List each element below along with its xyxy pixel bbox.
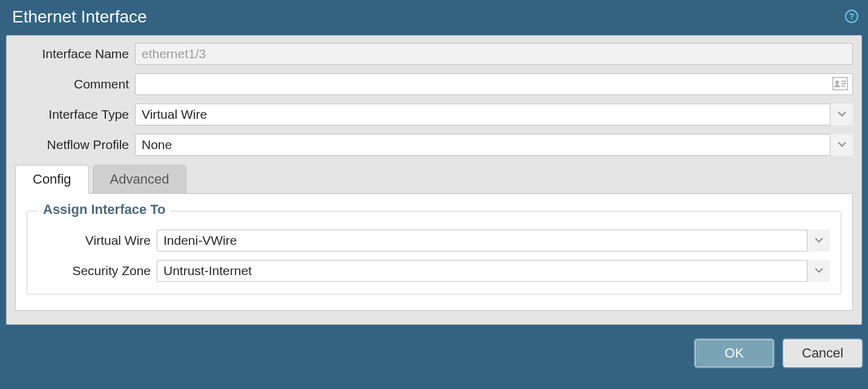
tab-config[interactable]: Config [15,165,89,194]
interface-name-label: Interface Name [15,47,135,61]
ok-button[interactable]: OK [695,339,774,367]
security-zone-label: Security Zone [38,264,157,278]
netflow-profile-label: Netflow Profile [15,138,135,152]
help-icon[interactable]: ? [845,10,858,23]
id-card-icon[interactable] [832,77,848,90]
config-pane: Assign Interface To Virtual Wire Securit… [15,193,853,311]
tab-advanced[interactable]: Advanced [93,165,187,194]
fieldset-legend: Assign Interface To [38,202,171,218]
dialog-footer: OK Cancel [0,331,868,367]
interface-type-dropdown[interactable] [135,104,853,125]
comment-input[interactable] [135,73,853,95]
assign-interface-fieldset: Assign Interface To Virtual Wire Securit… [27,211,841,294]
netflow-profile-dropdown[interactable] [135,134,853,156]
svg-rect-6 [841,85,845,87]
svg-rect-4 [841,81,846,82]
interface-name-input [135,43,853,65]
svg-point-3 [835,81,839,84]
svg-rect-5 [841,83,846,84]
interface-type-label: Interface Type [15,107,135,122]
security-zone-dropdown[interactable] [157,260,830,282]
comment-label: Comment [15,77,135,91]
tab-strip: Config Advanced [15,164,853,193]
virtual-wire-label: Virtual Wire [38,233,157,248]
form-panel: Interface Name Comment Interface Type Ne… [6,35,862,325]
cancel-button[interactable]: Cancel [783,339,862,367]
dialog-title: Ethernet Interface [0,0,868,35]
virtual-wire-dropdown[interactable] [157,230,830,251]
svg-text:?: ? [849,12,855,21]
